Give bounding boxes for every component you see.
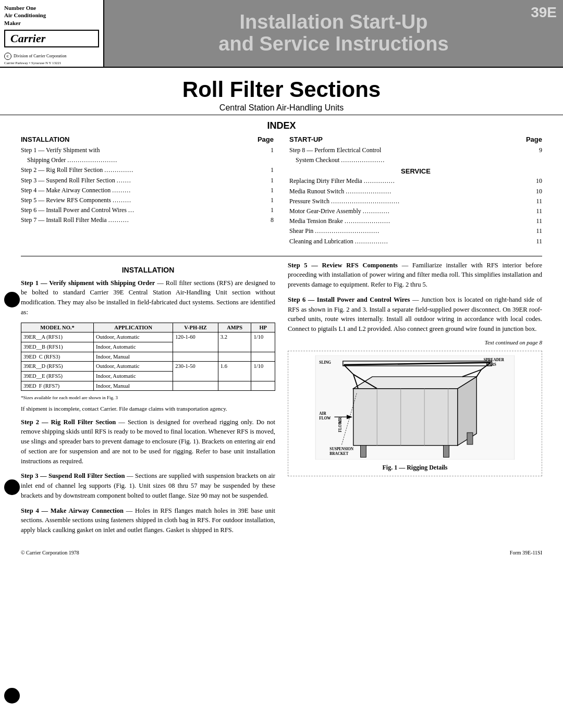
index-item: Step 4 — Make Airway Connection ........…: [21, 186, 274, 195]
index-item: Media Tension Brake ....................…: [289, 216, 542, 226]
index-columns: INSTALLATION Page Step 1 — Verify Shipme…: [21, 135, 542, 246]
index-item: Replacing Dirty Filter Media ...........…: [289, 176, 542, 186]
division-text: C Division of Carrier Corporation: [4, 53, 99, 60]
figure-caption: Fig. 1 — Rigging Details: [292, 464, 537, 472]
svg-text:SPREADER: SPREADER: [484, 358, 505, 362]
svg-rect-8: [360, 446, 366, 458]
figure-drawing: AIR FLOW SLING SPREADER BARS AIR FLOW: [292, 355, 537, 460]
header-right-panel: 39E Installation Start-Up and Service In…: [104, 0, 563, 67]
copyright-text: © Carrier Corporation 1978: [21, 550, 79, 556]
step4-title: Step 4 — Make Airway Connection: [21, 507, 124, 514]
step5-paragraph: Step 5 — Review RFS Components — Familia…: [288, 261, 542, 290]
index-heading: INDEX: [21, 120, 542, 131]
svg-text:BRACKET: BRACKET: [329, 452, 348, 456]
svg-rect-9: [444, 446, 449, 458]
step6-title: Step 6 — Install Power and Control Wires: [288, 296, 410, 303]
company-name: Number One Air Conditioning Maker: [4, 4, 99, 27]
index-item: Cleaning and Lubrication ...............…: [289, 237, 542, 246]
page-sub-title: Central Station Air-Handling Units: [0, 103, 563, 113]
page-footer: © Carrier Corporation 1978 Form 39E-11SI: [0, 546, 563, 560]
step3-paragraph: Step 3 — Suspend Roll Filter Section — S…: [21, 471, 275, 500]
content-area: INSTALLATION Step 1 — Verify shipment wi…: [0, 261, 563, 540]
step4-paragraph: Step 4 — Make Airway Connection — Holes …: [21, 506, 275, 535]
title-section: Roll Filter Sections Central Station Air…: [0, 68, 563, 115]
bullet-1: [4, 292, 20, 307]
index-divider: [21, 256, 542, 256]
table-header-amps: AMPS: [218, 323, 251, 332]
svg-rect-10: [467, 433, 473, 445]
continued-text: Text continued on page 8: [288, 339, 542, 346]
svg-rect-1: [353, 389, 458, 446]
figure-container: AIR FLOW SLING SPREADER BARS AIR FLOW: [288, 351, 542, 476]
service-index-header: SERVICE: [289, 167, 542, 175]
installation-heading: INSTALLATION: [21, 266, 275, 274]
startup-index-header: START-UP Page: [289, 135, 542, 143]
svg-text:SUSPENSION: SUSPENSION: [329, 447, 353, 451]
index-item: Shear Pin ..............................…: [289, 226, 542, 236]
svg-text:FLOW: FLOW: [319, 416, 331, 421]
installation-index-header: INSTALLATION Page: [21, 135, 274, 143]
step1-paragraph: Step 1 — Verify shipment with Shipping O…: [21, 278, 275, 317]
form-number-footer: Form 39E-11SI: [510, 550, 542, 556]
index-item: Step 6 — Install Power and Control Wires…: [21, 205, 274, 215]
model-table: MODEL NO.* APPLICATION V-PH-HZ AMPS HP 3…: [21, 323, 275, 391]
step3-title: Step 3 — Suspend Roll Filter Section: [21, 472, 125, 479]
carrier-circle-icon: C: [4, 53, 11, 60]
index-item: Motor Gear-Drive Assembly ............. …: [289, 206, 542, 216]
index-section: INDEX INSTALLATION Page Step 1 — Verify …: [0, 115, 563, 252]
header-title-line1: Installation Start-Up: [218, 11, 448, 33]
carrier-logo: Carrier: [4, 30, 99, 47]
step2-title: Step 2 — Rig Roll Filter Section: [21, 418, 116, 426]
header-left-panel: Number One Air Conditioning Maker Carrie…: [0, 0, 104, 67]
page-header: Number One Air Conditioning Maker Carrie…: [0, 0, 563, 68]
header-title-line2: and Service Instructions: [218, 33, 448, 55]
header-title-overlay: Installation Start-Up and Service Instru…: [218, 11, 448, 55]
index-item: Step 8 — Perform Electrical Control Syst…: [289, 145, 542, 165]
svg-marker-3: [353, 377, 476, 389]
index-installation-col: INSTALLATION Page Step 1 — Verify Shipme…: [21, 135, 274, 246]
svg-text:FLOW: FLOW: [338, 420, 342, 432]
index-startup-service-col: START-UP Page Step 8 — Perform Electrica…: [274, 135, 542, 246]
index-item: Step 5 — Review RFS Components .........…: [21, 195, 274, 205]
step6-paragraph: Step 6 — Install Power and Control Wires…: [288, 295, 542, 334]
table-row: 39ED F (RFS7) Indoor, Manual: [21, 381, 275, 391]
table-row: 39ED C (RFS3) Indoor, Manual: [21, 352, 275, 362]
table-header-hp: HP: [251, 323, 275, 332]
table-header-vphz: V-PH-HZ: [173, 323, 218, 332]
table-row: 39ER__A (RFS1) Outdoor, Automatic 120-1-…: [21, 332, 275, 342]
svg-text:AIR: AIR: [319, 412, 326, 416]
bullet-3: [4, 688, 20, 704]
step5-title: Step 5 — Review RFS Components: [288, 262, 398, 269]
table-note: *Sizes available for each model are show…: [21, 395, 275, 400]
step2-paragraph: Step 2 — Rig Roll Filter Section — Secti…: [21, 417, 275, 466]
svg-text:BARS: BARS: [486, 363, 496, 367]
form-number-header: 39E: [531, 4, 557, 21]
index-item: Media Runout Switch ....................…: [289, 187, 542, 196]
table-header-model: MODEL NO.*: [21, 323, 94, 332]
left-column: INSTALLATION Step 1 — Verify shipment wi…: [21, 261, 275, 540]
bullet-2: [4, 479, 20, 495]
address-text: Carrier Parkway • Syracuse N Y 13221: [4, 61, 99, 65]
shipment-note: If shipment is incomplete, contact Carri…: [21, 404, 275, 413]
svg-text:SLING: SLING: [319, 361, 331, 365]
table-header-application: APPLICATION: [94, 323, 173, 332]
index-item: Step 3 — Suspend Roll Filter Section ...…: [21, 176, 274, 186]
index-item: Step 1 — Verify Shipment with Shipping O…: [21, 145, 274, 165]
page-main-title: Roll Filter Sections: [0, 77, 563, 102]
right-column: Step 5 — Review RFS Components — Familia…: [288, 261, 542, 540]
index-item: Step 2 — Rig Roll Filter Section .......…: [21, 165, 274, 175]
step1-title: Step 1 — Verify shipment with Shipping O…: [21, 279, 155, 287]
main-content-columns: INSTALLATION Step 1 — Verify shipment wi…: [0, 261, 563, 540]
index-item: Step 7 — Install Roll Filter Media .....…: [21, 215, 274, 225]
table-row: 39ER__D (RFS5) Outdoor, Automatic 230-1-…: [21, 362, 275, 372]
index-item: Pressure Switch ........................…: [289, 196, 542, 206]
